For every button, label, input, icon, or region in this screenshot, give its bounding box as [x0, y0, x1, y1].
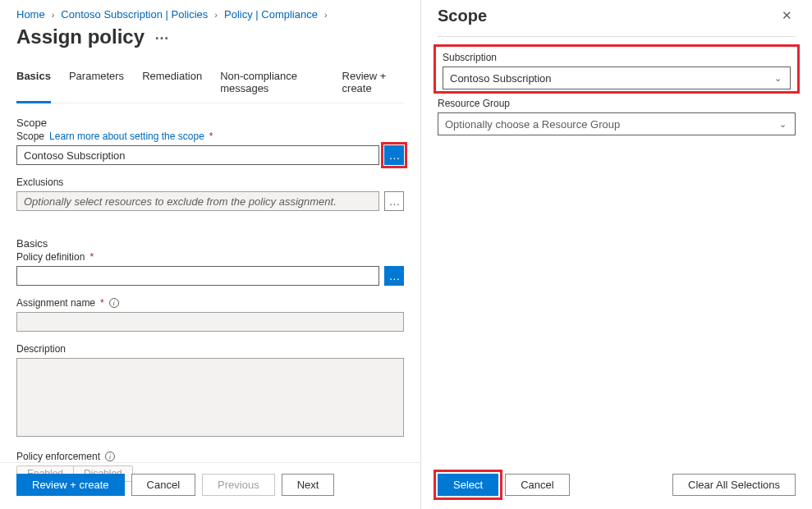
select-button[interactable]: Select — [438, 474, 498, 496]
ellipsis-icon: … — [389, 269, 400, 282]
required-icon: * — [89, 251, 94, 263]
tabs: Basics Parameters Remediation Non-compli… — [16, 70, 404, 103]
separator — [438, 36, 796, 37]
next-button[interactable]: Next — [282, 474, 335, 496]
policy-enforcement-label: Policy enforcement — [16, 451, 100, 462]
ellipsis-icon: … — [389, 149, 400, 162]
chevron-right-icon: › — [324, 10, 328, 20]
policy-definition-picker-button[interactable]: … — [384, 266, 404, 286]
assignment-name-label: Assignment name — [16, 297, 95, 309]
policy-definition-input[interactable] — [16, 266, 379, 286]
exclusions-picker-button[interactable]: … — [384, 191, 404, 211]
required-icon: * — [100, 297, 104, 309]
policy-definition-label: Policy definition — [16, 251, 85, 263]
subscription-dropdown[interactable]: Contoso Subscription ⌄ — [443, 66, 791, 89]
exclusions-label: Exclusions — [16, 177, 63, 188]
scope-label: Scope — [16, 131, 44, 142]
breadcrumb-compliance[interactable]: Policy | Compliance — [224, 8, 318, 21]
chevron-down-icon: ⌄ — [774, 73, 782, 84]
resource-group-label: Resource Group — [438, 98, 510, 109]
chevron-right-icon: › — [214, 10, 218, 20]
tab-noncompliance[interactable]: Non-compliance messages — [220, 70, 323, 103]
description-label: Description — [16, 343, 66, 355]
exclusions-input[interactable]: Optionally select resources to exclude f… — [16, 191, 379, 211]
breadcrumb: Home › Contoso Subscription | Policies ›… — [16, 8, 404, 21]
description-textarea[interactable] — [16, 358, 404, 437]
scope-picker-button[interactable]: … — [384, 145, 404, 165]
info-icon[interactable]: i — [105, 452, 115, 461]
required-icon: * — [209, 131, 213, 142]
resource-group-dropdown[interactable]: Optionally choose a Resource Group ⌄ — [438, 112, 796, 135]
separator — [0, 462, 420, 463]
scope-panel-title: Scope — [438, 7, 487, 25]
basics-section-title: Basics — [16, 237, 404, 250]
resource-group-placeholder: Optionally choose a Resource Group — [445, 118, 620, 131]
ellipsis-icon: … — [389, 195, 400, 208]
info-icon[interactable]: i — [109, 298, 119, 308]
tab-review[interactable]: Review + create — [342, 70, 404, 103]
left-bottom-bar: Review + create Cancel Previous Next — [16, 474, 404, 496]
previous-button: Previous — [202, 474, 275, 496]
tab-basics[interactable]: Basics — [16, 70, 51, 103]
scope-section-title: Scope — [16, 117, 404, 129]
review-create-button[interactable]: Review + create — [16, 474, 125, 496]
close-icon[interactable]: ✕ — [778, 5, 796, 26]
cancel-button[interactable]: Cancel — [131, 474, 195, 496]
more-icon[interactable]: … — [154, 27, 169, 42]
clear-all-selections-button[interactable]: Clear All Selections — [672, 474, 796, 496]
tab-remediation[interactable]: Remediation — [142, 70, 202, 103]
page-title: Assign policy … — [16, 25, 404, 48]
subscription-value: Contoso Subscription — [450, 72, 552, 85]
chevron-down-icon: ⌄ — [779, 119, 787, 130]
scope-input[interactable] — [16, 145, 379, 165]
right-bottom-bar: Select Cancel Clear All Selections — [438, 474, 796, 496]
breadcrumb-subscription[interactable]: Contoso Subscription | Policies — [61, 8, 208, 21]
breadcrumb-home[interactable]: Home — [16, 8, 45, 21]
tab-parameters[interactable]: Parameters — [69, 70, 124, 103]
scope-learn-more-link[interactable]: Learn more about setting the scope — [49, 131, 204, 142]
subscription-label: Subscription — [443, 52, 497, 63]
subscription-field-highlight: Subscription Contoso Subscription ⌄ — [438, 48, 796, 89]
page-title-text: Assign policy — [16, 25, 145, 48]
scope-cancel-button[interactable]: Cancel — [505, 474, 569, 496]
chevron-right-icon: › — [52, 10, 55, 20]
assignment-name-input[interactable] — [16, 312, 404, 332]
